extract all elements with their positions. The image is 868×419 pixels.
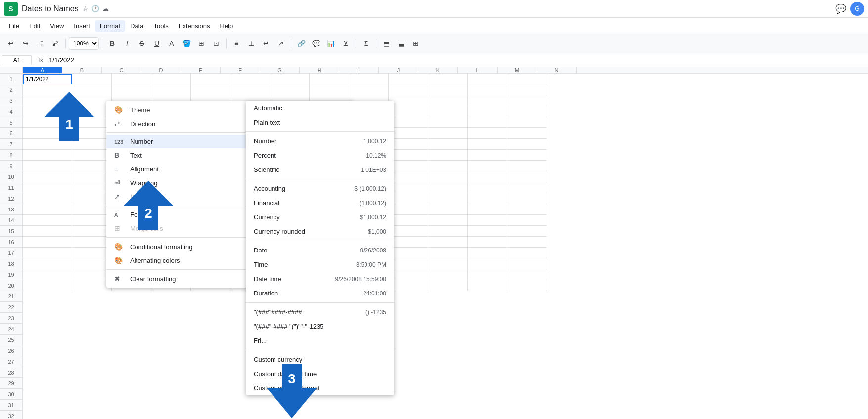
- col-header-k[interactable]: K: [418, 67, 458, 73]
- cell-f2[interactable]: [230, 84, 270, 95]
- wrap-button[interactable]: ↵: [259, 37, 273, 50]
- col-header-e[interactable]: E: [181, 67, 221, 73]
- cell-i2[interactable]: [349, 84, 389, 95]
- cell-k1[interactable]: [428, 74, 468, 84]
- functions-button[interactable]: Σ: [359, 37, 373, 50]
- cell-g2[interactable]: [270, 84, 310, 95]
- menu-help[interactable]: Help: [215, 20, 238, 32]
- submenu-format1[interactable]: "(###"####-#### () -1235: [246, 305, 394, 319]
- row-header-13[interactable]: 13: [0, 204, 23, 215]
- col-header-f[interactable]: F: [221, 67, 260, 73]
- redo-button[interactable]: ↪: [19, 37, 33, 50]
- cloud-icon[interactable]: ☁: [102, 5, 109, 12]
- filter-button[interactable]: ⊻: [339, 37, 353, 50]
- submenu-currency[interactable]: Currency $1,000.12: [246, 210, 394, 224]
- cell-l1[interactable]: [468, 74, 507, 84]
- formula-input[interactable]: [47, 56, 866, 64]
- submenu-date[interactable]: Date 9/26/2008: [246, 243, 394, 257]
- valign-button[interactable]: ⊥: [244, 37, 258, 50]
- submenu-time[interactable]: Time 3:59:00 PM: [246, 257, 394, 272]
- cell-e2[interactable]: [191, 84, 230, 95]
- row-header-6[interactable]: 6: [0, 128, 23, 139]
- cell-reference[interactable]: [2, 55, 32, 65]
- cell-a1[interactable]: 1/1/2022: [23, 74, 72, 84]
- cell-c2[interactable]: [112, 84, 151, 95]
- col-header-n[interactable]: N: [537, 67, 577, 73]
- row-header-14[interactable]: 14: [0, 215, 23, 226]
- cell-b2[interactable]: [72, 84, 112, 95]
- row-header-21[interactable]: 21: [0, 291, 23, 302]
- submenu-automatic[interactable]: Automatic: [246, 101, 394, 115]
- submenu-number[interactable]: Number 1,000.12: [246, 134, 394, 148]
- menu-extensions[interactable]: Extensions: [174, 20, 215, 32]
- row-header-18[interactable]: 18: [0, 258, 23, 269]
- row-header-27[interactable]: 27: [0, 356, 23, 367]
- chart-button[interactable]: 📊: [324, 37, 338, 50]
- submenu-accounting[interactable]: Accounting $ (1,000.12): [246, 181, 394, 196]
- submenu-plaintext[interactable]: Plain text: [246, 115, 394, 129]
- row-header-25[interactable]: 25: [0, 335, 23, 345]
- submenu-custom-currency[interactable]: Custom currency: [246, 352, 394, 367]
- merge-button[interactable]: ⊡: [209, 37, 223, 50]
- fill-color-button[interactable]: 🪣: [180, 37, 193, 50]
- row-header-32[interactable]: 32: [0, 411, 23, 419]
- strikethrough-button[interactable]: S: [135, 37, 149, 50]
- cell-l2[interactable]: [468, 84, 507, 95]
- col-header-i[interactable]: I: [339, 67, 379, 73]
- cell-h2[interactable]: [310, 84, 349, 95]
- row-header-31[interactable]: 31: [0, 400, 23, 411]
- row-header-26[interactable]: 26: [0, 345, 23, 356]
- cell-k2[interactable]: [428, 84, 468, 95]
- col-header-b[interactable]: B: [62, 67, 102, 73]
- comment-button[interactable]: 💬: [309, 37, 323, 50]
- row-header-5[interactable]: 5: [0, 117, 23, 128]
- row-header-2[interactable]: 2: [0, 84, 23, 95]
- row-header-7[interactable]: 7: [0, 139, 23, 150]
- row-header-3[interactable]: 3: [0, 95, 23, 106]
- row-header-17[interactable]: 17: [0, 248, 23, 258]
- menu-view[interactable]: View: [45, 20, 69, 32]
- menu-insert[interactable]: Insert: [69, 20, 95, 32]
- row-header-9[interactable]: 9: [0, 161, 23, 171]
- group-button[interactable]: ⊞: [409, 37, 423, 50]
- row-header-4[interactable]: 4: [0, 106, 23, 117]
- col-header-j[interactable]: J: [379, 67, 418, 73]
- cell-j2[interactable]: [389, 84, 428, 95]
- row-header-11[interactable]: 11: [0, 182, 23, 193]
- col-header-g[interactable]: G: [260, 67, 300, 73]
- cell-d2[interactable]: [151, 84, 191, 95]
- borders-button[interactable]: ⊞: [194, 37, 208, 50]
- row-header-15[interactable]: 15: [0, 226, 23, 237]
- col-header-d[interactable]: D: [141, 67, 181, 73]
- submenu-custom-datetime[interactable]: Custom date and time: [246, 367, 394, 381]
- submenu-duration[interactable]: Duration 24:01:00: [246, 286, 394, 300]
- col-header-l[interactable]: L: [458, 67, 498, 73]
- menu-tools[interactable]: Tools: [148, 20, 173, 32]
- menu-edit[interactable]: Edit: [24, 20, 45, 32]
- submenu-datetime[interactable]: Date time 9/26/2008 15:59:00: [246, 272, 394, 286]
- row-header-20[interactable]: 20: [0, 280, 23, 291]
- row-header-29[interactable]: 29: [0, 378, 23, 389]
- cell-g1[interactable]: [270, 74, 310, 84]
- submenu-scientific[interactable]: Scientific 1.01E+03: [246, 163, 394, 177]
- cell-f1[interactable]: [230, 74, 270, 84]
- star-icon[interactable]: ☆: [83, 5, 89, 12]
- submenu-format2[interactable]: "(###"-#### "(")""‑"-1235: [246, 319, 394, 334]
- cell-m1[interactable]: [507, 74, 547, 84]
- submenu-custom-number[interactable]: Custom number format: [246, 381, 394, 395]
- submenu-fri[interactable]: Fri...: [246, 334, 394, 348]
- account-icon[interactable]: G: [850, 2, 864, 16]
- freeze-rows-button[interactable]: ⬒: [379, 37, 393, 50]
- cell-i1[interactable]: [349, 74, 389, 84]
- row-header-16[interactable]: 16: [0, 237, 23, 248]
- underline-button[interactable]: U: [150, 37, 164, 50]
- paint-format-button[interactable]: 🖌: [48, 37, 62, 50]
- cell-m2[interactable]: [507, 84, 547, 95]
- row-header-24[interactable]: 24: [0, 324, 23, 335]
- row-header-22[interactable]: 22: [0, 302, 23, 313]
- print-button[interactable]: 🖨: [34, 37, 47, 50]
- col-header-h[interactable]: H: [300, 67, 339, 73]
- freeze-cols-button[interactable]: ⬓: [394, 37, 408, 50]
- submenu-percent[interactable]: Percent 10.12%: [246, 148, 394, 163]
- row-header-8[interactable]: 8: [0, 150, 23, 161]
